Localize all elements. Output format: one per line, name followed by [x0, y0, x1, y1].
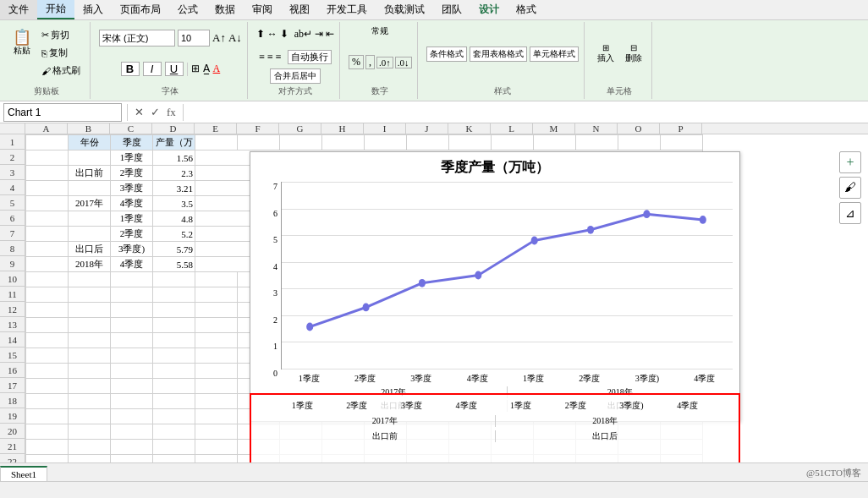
italic-button[interactable]: I [143, 62, 162, 76]
cell-A6[interactable] [26, 211, 69, 227]
conditional-format-button[interactable]: 条件格式 [426, 47, 467, 62]
row-header-1[interactable]: 1 [0, 134, 25, 150]
chart-style-btn[interactable]: 🖌 [839, 177, 861, 199]
menu-design[interactable]: 设计 [470, 0, 508, 19]
cell-P1[interactable] [661, 135, 703, 150]
menu-file[interactable]: 文件 [0, 0, 37, 19]
copy-button[interactable]: ⎘ 复制 [37, 45, 85, 61]
col-header-E[interactable]: E [195, 123, 237, 134]
cell-C9[interactable]: 4季度 [111, 257, 153, 272]
chart-container[interactable]: 季度产量（万吨） 7 6 5 4 3 2 1 0 [250, 151, 740, 422]
cell-D7[interactable]: 5.2 [153, 227, 195, 242]
cell-A1[interactable] [26, 135, 69, 150]
col-header-M[interactable]: M [533, 123, 575, 134]
row-header-19[interactable]: 19 [0, 408, 25, 424]
row-header-8[interactable]: 8 [0, 241, 25, 256]
cell-C3[interactable]: 2季度 [111, 166, 153, 181]
cell-A10[interactable] [26, 272, 69, 287]
cell-H1[interactable] [322, 135, 365, 150]
chart-filter-btn[interactable]: ⊿ [839, 202, 861, 224]
row-header-6[interactable]: 6 [0, 211, 25, 226]
align-right-btn[interactable]: ≡ [276, 51, 282, 63]
chart-selection-box[interactable]: 1季度 2季度 3季度 4季度 1季度 2季度 3季度) 4季度 2017年 2… [250, 393, 740, 462]
row-header-14[interactable]: 14 [0, 332, 25, 348]
cell-A16[interactable] [26, 364, 69, 379]
cell-A4[interactable] [26, 181, 69, 196]
cell-C5[interactable]: 4季度 [111, 196, 153, 211]
menu-home[interactable]: 开始 [37, 0, 74, 19]
col-header-O[interactable]: O [618, 123, 660, 134]
row-header-7[interactable]: 7 [0, 226, 25, 241]
menu-format[interactable]: 格式 [508, 0, 545, 19]
align-top-btn[interactable]: ⬆ [256, 28, 265, 41]
cell-B3[interactable]: 出口前 [69, 166, 111, 181]
comma-btn[interactable]: , [365, 55, 375, 69]
cell-D3[interactable]: 2.3 [153, 166, 195, 181]
menu-team[interactable]: 团队 [433, 0, 470, 19]
cell-C7[interactable]: 2季度 [111, 227, 153, 242]
col-header-I[interactable]: I [364, 123, 406, 134]
indent-more-btn[interactable]: ⇥ [315, 28, 323, 41]
table-format-button[interactable]: 套用表格格式 [470, 47, 527, 62]
cell-D6[interactable]: 4.8 [153, 211, 195, 227]
cell-F1[interactable] [238, 135, 280, 150]
cell-I1[interactable] [365, 135, 407, 150]
menu-formula[interactable]: 公式 [169, 0, 206, 19]
cell-A17[interactable] [26, 379, 69, 394]
sheet-tab-1[interactable]: Sheet1 [0, 466, 47, 481]
menu-page-layout[interactable]: 页面布局 [112, 0, 169, 19]
indent-less-btn[interactable]: ⇤ [326, 28, 334, 41]
cell-A20[interactable] [26, 424, 69, 440]
cell-A7[interactable] [26, 227, 69, 242]
cell-A18[interactable] [26, 394, 69, 409]
paste-button[interactable]: 📋 粘贴 [8, 27, 36, 59]
underline-button[interactable]: U [165, 62, 184, 76]
row-header-4[interactable]: 4 [0, 180, 25, 195]
text-dir-btn[interactable]: ab↵ [294, 28, 312, 41]
cell-B2[interactable] [69, 150, 111, 166]
cell-C1[interactable]: 季度 [111, 135, 153, 150]
cell-A5[interactable] [26, 196, 69, 211]
cell-A15[interactable] [26, 348, 69, 364]
row-header-22[interactable]: 22 [0, 454, 25, 462]
cell-A8[interactable] [26, 242, 69, 257]
cell-C2[interactable]: 1季度 [111, 150, 153, 166]
increase-font-btn[interactable]: A↑ [212, 31, 226, 45]
cell-A13[interactable] [26, 318, 69, 333]
percent-btn[interactable]: % [349, 55, 364, 69]
name-box[interactable] [3, 103, 122, 122]
row-header-17[interactable]: 17 [0, 378, 25, 393]
align-bottom-btn[interactable]: ⬇ [280, 28, 288, 41]
cell-A22[interactable] [26, 455, 69, 463]
cell-B4[interactable] [69, 181, 111, 196]
cell-D2[interactable]: 1.56 [153, 150, 195, 166]
menu-insert[interactable]: 插入 [74, 0, 112, 19]
row-header-9[interactable]: 9 [0, 256, 25, 271]
bold-button[interactable]: B [121, 62, 140, 76]
col-header-J[interactable]: J [406, 123, 448, 134]
cell-A21[interactable] [26, 440, 69, 455]
font-color-btn[interactable]: A [213, 63, 221, 75]
col-header-N[interactable]: N [575, 123, 618, 134]
auto-wrap-button[interactable]: 自动换行 [288, 50, 332, 64]
cell-C8[interactable]: 3季度) [111, 242, 153, 257]
col-header-P[interactable]: P [660, 123, 702, 134]
col-header-C[interactable]: C [110, 123, 152, 134]
row-header-12[interactable]: 12 [0, 302, 25, 317]
decrease-font-btn[interactable]: A↓ [228, 31, 242, 45]
align-left-btn[interactable]: ≡ [259, 51, 265, 63]
cell-B1[interactable]: 年份 [69, 135, 111, 150]
cell-style-button[interactable]: 单元格样式 [530, 47, 579, 62]
cell-D8[interactable]: 5.79 [153, 242, 195, 257]
menu-load-test[interactable]: 负载测试 [376, 0, 433, 19]
row-header-21[interactable]: 21 [0, 439, 25, 454]
font-size-input[interactable] [178, 30, 210, 47]
cell-A12[interactable] [26, 303, 69, 318]
cell-B8[interactable]: 出口后 [69, 242, 111, 257]
cancel-formula-btn[interactable]: ✕ [133, 106, 146, 119]
cell-G1[interactable] [280, 135, 322, 150]
cell-B9[interactable]: 2018年 [69, 257, 111, 272]
border-btn[interactable]: ⊞ [191, 63, 200, 75]
menu-developer[interactable]: 开发工具 [318, 0, 376, 19]
col-header-K[interactable]: K [448, 123, 491, 134]
